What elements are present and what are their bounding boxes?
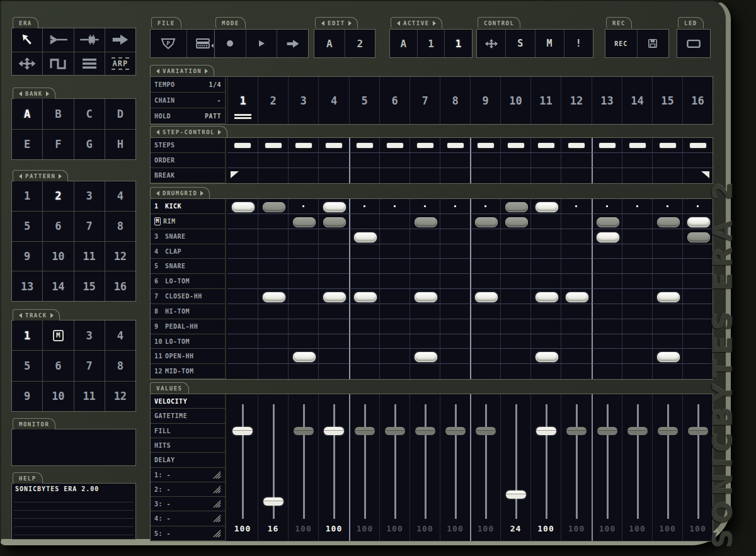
- drum-cell-r10-s5[interactable]: [349, 334, 379, 349]
- steps-cell-4[interactable]: [318, 138, 349, 153]
- drum-cell-r5-s12[interactable]: [561, 259, 592, 274]
- play-button[interactable]: [246, 30, 277, 57]
- drum-cell-r7-s14[interactable]: [622, 289, 652, 304]
- pattern-button-7[interactable]: 7: [74, 212, 105, 241]
- drum-cell-r7-s3[interactable]: [288, 289, 318, 304]
- variation-step-9[interactable]: 9: [470, 77, 500, 124]
- drum-cell-r11-s6[interactable]: [379, 349, 410, 364]
- order-cell-8[interactable]: [440, 153, 470, 168]
- drum-track-label-rim[interactable]: MRIM: [151, 214, 225, 229]
- break-cell-10[interactable]: [500, 168, 530, 183]
- drum-cell-r2-s1[interactable]: [227, 214, 258, 229]
- drum-cell-r6-s12[interactable]: [561, 274, 592, 289]
- cursor-button[interactable]: [12, 28, 42, 52]
- pattern-button-5[interactable]: 5: [12, 212, 42, 241]
- drum-track-label-snare[interactable]: 5SNARE: [151, 259, 225, 274]
- track-button-6[interactable]: 6: [43, 351, 73, 380]
- value-slider-14[interactable]: 100: [622, 394, 652, 541]
- track-button-11[interactable]: 11: [74, 382, 105, 411]
- drum-cell-r7-s11[interactable]: [530, 289, 561, 304]
- drum-cell-r11-s13[interactable]: [592, 349, 622, 364]
- drum-cell-r1-s15[interactable]: [652, 199, 682, 214]
- slider-handle[interactable]: [506, 491, 526, 499]
- drum-cell-r9-s5[interactable]: [349, 319, 379, 334]
- prev-arrow-icon[interactable]: [19, 174, 22, 179]
- drum-cell-r6-s7[interactable]: [410, 274, 440, 289]
- drum-cell-r11-s11[interactable]: [530, 349, 561, 364]
- pattern-button-2[interactable]: 2: [43, 181, 73, 211]
- active-pattern-cell[interactable]: 1: [417, 30, 445, 57]
- drum-cell-r1-s10[interactable]: [500, 199, 530, 214]
- drum-cell-r6-s15[interactable]: [652, 274, 682, 289]
- bank-button-G[interactable]: G: [74, 130, 105, 160]
- value-slider-13[interactable]: 100: [592, 394, 622, 541]
- drum-cell-r8-s7[interactable]: [410, 304, 440, 319]
- order-cell-4[interactable]: [318, 153, 349, 168]
- drum-cell-r6-s14[interactable]: [622, 274, 652, 289]
- drum-cell-r5-s3[interactable]: [288, 259, 318, 274]
- steps-cell-14[interactable]: [622, 138, 652, 153]
- value-slider-12[interactable]: 100: [561, 394, 592, 541]
- drum-cell-r8-s13[interactable]: [592, 304, 622, 319]
- led-display-button[interactable]: [677, 30, 710, 57]
- value-slider-7[interactable]: 100: [410, 394, 440, 541]
- values-slot-3[interactable]: 3: -: [151, 497, 225, 511]
- order-cell-16[interactable]: [682, 153, 713, 168]
- drum-cell-r11-s7[interactable]: [410, 349, 440, 364]
- drum-cell-r10-s6[interactable]: [379, 334, 410, 349]
- steps-cell-12[interactable]: [561, 138, 592, 153]
- drum-cell-r11-s8[interactable]: [440, 349, 470, 364]
- next-arrow-icon[interactable]: [218, 130, 221, 135]
- pattern-button-10[interactable]: 10: [43, 242, 73, 271]
- drum-cell-r3-s9[interactable]: [470, 229, 500, 244]
- pattern-button-16[interactable]: 16: [105, 271, 135, 301]
- next-arrow-icon[interactable]: [59, 174, 62, 179]
- drum-cell-r4-s6[interactable]: [379, 244, 410, 259]
- accent-button[interactable]: !: [564, 30, 593, 57]
- drum-cell-r1-s8[interactable]: [440, 199, 470, 214]
- drum-cell-r11-s12[interactable]: [561, 349, 592, 364]
- pattern-button-13[interactable]: 13: [12, 271, 42, 301]
- drum-cell-r9-s3[interactable]: [288, 319, 318, 334]
- variation-step-8[interactable]: 8: [440, 77, 470, 124]
- slider-handle[interactable]: [566, 427, 587, 435]
- drum-cell-r9-s13[interactable]: [592, 319, 622, 334]
- bank-button-C[interactable]: C: [74, 99, 105, 129]
- drum-cell-r11-s2[interactable]: [258, 349, 288, 364]
- steps-cell-5[interactable]: [349, 138, 379, 153]
- order-cell-9[interactable]: [470, 153, 500, 168]
- order-cell-3[interactable]: [288, 153, 318, 168]
- track-button-3[interactable]: 3: [74, 321, 105, 350]
- arp-text-button[interactable]: ARP: [105, 52, 135, 76]
- drum-cell-r1-s11[interactable]: [530, 199, 561, 214]
- next-arrow-icon[interactable]: [200, 191, 203, 196]
- drum-cell-r8-s15[interactable]: [652, 304, 682, 319]
- drum-cell-r8-s8[interactable]: [440, 304, 470, 319]
- break-cell-11[interactable]: [530, 168, 561, 183]
- save-button[interactable]: [637, 30, 669, 57]
- drum-cell-r2-s4[interactable]: [318, 214, 349, 229]
- drum-cell-r4-s8[interactable]: [440, 244, 470, 259]
- drum-cell-r1-s14[interactable]: [622, 199, 652, 214]
- drum-cell-r4-s7[interactable]: [410, 244, 440, 259]
- slider-handle[interactable]: [324, 427, 344, 435]
- value-slider-3[interactable]: 100: [288, 394, 318, 541]
- slider-handle[interactable]: [445, 427, 466, 435]
- drum-track-label-closed-hh[interactable]: 7CLOSED-HH: [151, 289, 225, 304]
- drum-cell-r9-s12[interactable]: [561, 319, 592, 334]
- next-arrow-icon[interactable]: [46, 91, 49, 96]
- pattern-button-12[interactable]: 12: [105, 242, 135, 271]
- drum-cell-r12-s14[interactable]: [622, 364, 652, 379]
- drum-cell-r8-s16[interactable]: [682, 304, 713, 319]
- break-cell-4[interactable]: [318, 168, 349, 183]
- drum-cell-r11-s4[interactable]: [318, 349, 349, 364]
- drum-cell-r9-s14[interactable]: [622, 319, 652, 334]
- values-slot-5[interactable]: 5: -: [151, 526, 225, 541]
- drum-cell-r4-s5[interactable]: [349, 244, 379, 259]
- steps-cell-8[interactable]: [440, 138, 470, 153]
- drum-cell-r10-s10[interactable]: [500, 334, 530, 349]
- pattern-button-3[interactable]: 3: [74, 181, 105, 211]
- variation-step-12[interactable]: 12: [561, 77, 592, 124]
- break-cell-16[interactable]: [682, 168, 713, 183]
- track-button-1[interactable]: 1: [12, 321, 42, 350]
